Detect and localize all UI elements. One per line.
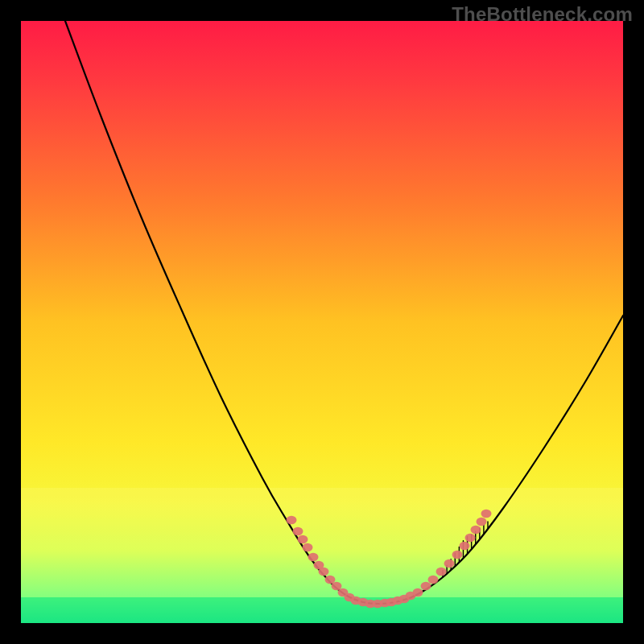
svg-rect-1 — [21, 488, 623, 597]
data-dot — [298, 535, 308, 543]
data-dot — [471, 526, 481, 534]
data-dot — [460, 542, 470, 550]
data-dot — [308, 553, 319, 561]
data-dot — [303, 543, 313, 551]
data-dot — [413, 588, 423, 597]
data-dot — [287, 516, 297, 524]
data-dot — [436, 568, 447, 576]
data-dot — [481, 510, 492, 518]
watermark-text: TheBottleneck.com — [452, 3, 633, 26]
data-dot — [428, 576, 439, 584]
data-dot — [421, 582, 431, 590]
data-dot — [293, 527, 303, 535]
data-dot — [465, 534, 476, 542]
data-dot — [452, 551, 463, 559]
data-dot — [319, 568, 329, 576]
data-dot — [444, 559, 455, 568]
data-dot — [477, 518, 487, 526]
bottleneck-chart — [21, 21, 623, 623]
chart-frame — [21, 21, 623, 623]
svg-rect-2 — [21, 597, 623, 623]
